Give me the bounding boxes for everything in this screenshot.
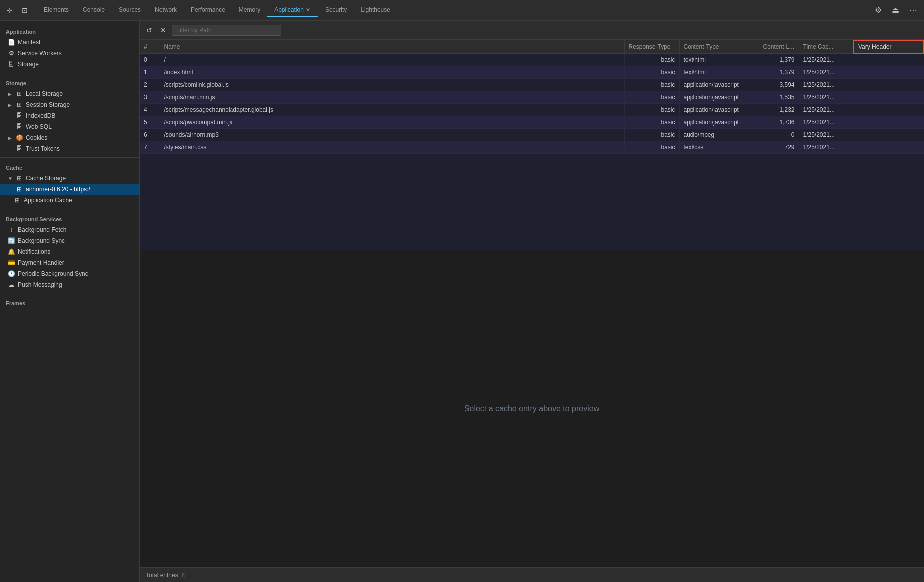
sidebar-item-label: Local Storage bbox=[26, 90, 63, 97]
tab-sources[interactable]: Sources bbox=[112, 3, 148, 17]
cell-content-length: 1,232 bbox=[759, 103, 799, 116]
filter-input[interactable] bbox=[172, 25, 281, 36]
divider bbox=[0, 157, 139, 158]
table-row[interactable]: 3 /scripts/main.min.js basic application… bbox=[140, 91, 924, 103]
cell-num: 6 bbox=[140, 128, 160, 141]
sidebar-item-bg-fetch[interactable]: ↕ Background Fetch bbox=[0, 224, 139, 235]
cell-vary-header bbox=[854, 116, 924, 128]
sidebar-item-storage[interactable]: 🗄 Storage bbox=[0, 59, 139, 70]
sidebar-item-web-sql[interactable]: ▶ 🗄 Web SQL bbox=[0, 121, 139, 132]
col-header-num: # bbox=[140, 40, 160, 53]
cell-content-type: application/javascript bbox=[679, 91, 759, 103]
refresh-button[interactable]: ↺ bbox=[144, 25, 155, 36]
sidebar-item-cache-storage[interactable]: ▼ ⊞ Cache Storage bbox=[0, 173, 139, 184]
sidebar: Application 📄 Manifest ⚙ Service Workers… bbox=[0, 21, 140, 582]
sidebar-item-label: Payment Handler bbox=[18, 259, 64, 266]
cell-num: 5 bbox=[140, 116, 160, 128]
cell-response-type: basic bbox=[624, 91, 679, 103]
col-header-vary: Vary Header bbox=[854, 40, 924, 53]
settings-icon[interactable]: ⚙ bbox=[872, 3, 885, 17]
sidebar-item-cookies[interactable]: ▶ 🍪 Cookies bbox=[0, 132, 139, 143]
session-storage-icon: ⊞ bbox=[16, 101, 23, 108]
tab-elements[interactable]: Elements bbox=[37, 3, 76, 17]
sidebar-item-bg-sync[interactable]: 🔄 Background Sync bbox=[0, 235, 139, 246]
cell-content-length: 0 bbox=[759, 128, 799, 141]
sidebar-item-indexeddb[interactable]: ▶ 🗄 IndexedDB bbox=[0, 110, 139, 121]
cell-time-cached: 1/25/2021... bbox=[799, 116, 854, 128]
sidebar-item-session-storage[interactable]: ▶ ⊞ Session Storage bbox=[0, 99, 139, 110]
table-row[interactable]: 5 /scripts/pwacompat.min.js basic applic… bbox=[140, 116, 924, 128]
table-row[interactable]: 2 /scripts/comlink.global.js basic appli… bbox=[140, 78, 924, 91]
cell-time-cached: 1/25/2021... bbox=[799, 128, 854, 141]
table-row[interactable]: 4 /scripts/messagechanneladapter.global.… bbox=[140, 103, 924, 116]
sidebar-item-label: Notifications bbox=[18, 248, 50, 255]
col-header-content-type: Content-Type bbox=[679, 40, 759, 53]
sidebar-item-push-messaging[interactable]: ☁ Push Messaging bbox=[0, 279, 139, 290]
sidebar-item-local-storage[interactable]: ▶ ⊞ Local Storage bbox=[0, 88, 139, 99]
sidebar-item-trust-tokens[interactable]: ▶ 🗄 Trust Tokens bbox=[0, 143, 139, 154]
col-header-name: Name bbox=[160, 40, 624, 53]
sidebar-item-service-workers[interactable]: ⚙ Service Workers bbox=[0, 48, 139, 59]
tab-network[interactable]: Network bbox=[148, 3, 184, 17]
storage-icon: 🗄 bbox=[8, 61, 15, 68]
table-row[interactable]: 6 /sounds/airhorn.mp3 basic audio/mpeg 0… bbox=[140, 128, 924, 141]
cell-response-type: basic bbox=[624, 78, 679, 91]
sidebar-item-payment-handler[interactable]: 💳 Payment Handler bbox=[0, 257, 139, 268]
sidebar-item-airhorner[interactable]: ⊞ airhorner-0.6.20 - https:/ bbox=[0, 184, 139, 195]
tab-memory[interactable]: Memory bbox=[232, 3, 267, 17]
devtools-icons: ⊹ ⊡ bbox=[4, 4, 31, 16]
inspect-icon[interactable]: ⊡ bbox=[19, 4, 31, 16]
dock-icon[interactable]: ⏏ bbox=[889, 3, 902, 17]
sidebar-item-notifications[interactable]: 🔔 Notifications bbox=[0, 246, 139, 257]
cell-content-type: text/html bbox=[679, 53, 759, 66]
periodic-sync-icon: 🕐 bbox=[8, 270, 15, 277]
tab-application[interactable]: Application✕ bbox=[267, 3, 318, 17]
sidebar-item-label: Periodic Background Sync bbox=[18, 270, 88, 277]
cell-content-type: text/html bbox=[679, 66, 759, 78]
cell-time-cached: 1/25/2021... bbox=[799, 91, 854, 103]
tab-lighthouse[interactable]: Lighthouse bbox=[354, 3, 397, 17]
web-sql-icon: 🗄 bbox=[16, 123, 23, 130]
preview-hint: Select a cache entry above to preview bbox=[464, 404, 599, 413]
sidebar-item-label: Session Storage bbox=[26, 101, 70, 108]
sidebar-item-periodic-sync[interactable]: 🕐 Periodic Background Sync bbox=[0, 268, 139, 279]
tab-console[interactable]: Console bbox=[76, 3, 112, 17]
cell-num: 2 bbox=[140, 78, 160, 91]
cell-content-type: audio/mpeg bbox=[679, 128, 759, 141]
cell-vary-header bbox=[854, 141, 924, 153]
airhorner-icon: ⊞ bbox=[16, 186, 23, 193]
cell-name: /styles/main.css bbox=[160, 141, 624, 153]
cache-table: # Name Response-Type Content-Type Conten… bbox=[140, 40, 924, 154]
table-row[interactable]: 7 /styles/main.css basic text/css 729 1/… bbox=[140, 141, 924, 153]
cell-name: /scripts/messagechanneladapter.global.js bbox=[160, 103, 624, 116]
cursor-icon[interactable]: ⊹ bbox=[4, 4, 16, 16]
preview-section: Select a cache entry above to preview bbox=[140, 250, 924, 567]
notifications-icon: 🔔 bbox=[8, 248, 15, 255]
cell-content-type: application/javascript bbox=[679, 78, 759, 91]
table-row[interactable]: 0 / basic text/html 1,379 1/25/2021... bbox=[140, 53, 924, 66]
push-messaging-icon: ☁ bbox=[8, 281, 15, 288]
expand-icon: ▶ bbox=[8, 102, 13, 108]
cell-content-length: 3,594 bbox=[759, 78, 799, 91]
cell-content-length: 1,379 bbox=[759, 66, 799, 78]
col-header-content-length: Content-L... bbox=[759, 40, 799, 53]
sidebar-item-label: Storage bbox=[18, 61, 39, 68]
toolbar-right: ⚙ ⏏ ⋯ bbox=[872, 3, 920, 17]
content-area: ↺ ✕ # Name Response-Type Content-Type Co… bbox=[140, 21, 924, 582]
tab-close-button[interactable]: ✕ bbox=[305, 7, 311, 13]
bg-sync-icon: 🔄 bbox=[8, 237, 15, 244]
tab-performance[interactable]: Performance bbox=[184, 3, 232, 17]
sidebar-item-app-cache[interactable]: ⊞ Application Cache bbox=[0, 195, 139, 206]
cell-vary-header bbox=[854, 53, 924, 66]
cell-response-type: basic bbox=[624, 66, 679, 78]
table-row[interactable]: 1 /index.html basic text/html 1,379 1/25… bbox=[140, 66, 924, 78]
tab-security[interactable]: Security bbox=[318, 3, 354, 17]
manifest-icon: 📄 bbox=[8, 39, 15, 46]
bg-fetch-icon: ↕ bbox=[8, 226, 15, 233]
sidebar-item-label: Trust Tokens bbox=[26, 145, 60, 152]
more-icon[interactable]: ⋯ bbox=[906, 3, 920, 17]
sidebar-item-manifest[interactable]: 📄 Manifest bbox=[0, 37, 139, 48]
clear-button[interactable]: ✕ bbox=[158, 25, 169, 36]
cell-name: / bbox=[160, 53, 624, 66]
cell-name: /scripts/main.min.js bbox=[160, 91, 624, 103]
